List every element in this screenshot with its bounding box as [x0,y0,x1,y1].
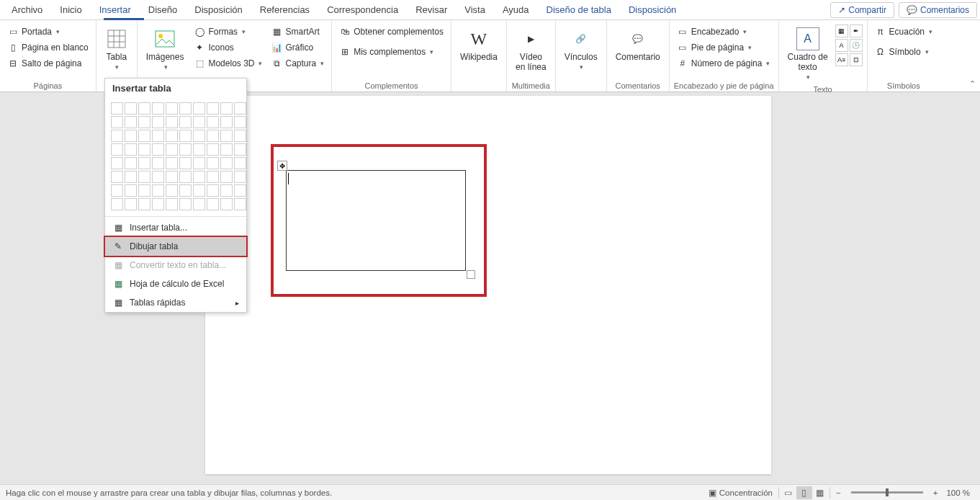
grid-cell[interactable] [166,130,178,142]
web-layout-button[interactable]: ▦ [812,486,828,499]
grid-cell[interactable] [179,157,192,169]
quickparts-button[interactable]: ▦ [835,24,848,37]
grid-cell[interactable] [207,116,219,128]
grid-cell[interactable] [207,143,219,156]
zoom-out-button[interactable]: − [832,488,845,497]
vinculos-button[interactable]: 🔗 Vínculos▾ [560,24,602,73]
grid-cell[interactable] [111,116,123,128]
grid-cell[interactable] [220,102,233,115]
pie-button[interactable]: ▭Pie de página▾ [674,40,773,55]
grid-cell[interactable] [125,116,137,128]
grid-cell[interactable] [193,198,205,210]
grid-cell[interactable] [111,184,123,197]
grid-cell[interactable] [193,130,205,142]
grid-cell[interactable] [166,116,178,128]
iconos-button[interactable]: ✦Iconos [191,40,265,55]
grid-cell[interactable] [152,143,164,156]
grid-cell[interactable] [152,116,164,128]
encabezado-button[interactable]: ▭Encabezado▾ [674,24,773,39]
grid-cell[interactable] [234,171,246,183]
grid-cell[interactable] [152,198,164,210]
grid-cell[interactable] [179,143,192,156]
grid-cell[interactable] [193,116,205,128]
menu-vista[interactable]: Vista [456,1,494,18]
grid-cell[interactable] [152,184,164,197]
focus-mode-button[interactable]: ▣Concentración [704,488,777,498]
grid-cell[interactable] [111,130,123,142]
grid-cell[interactable] [125,143,137,156]
tablas-rapidas-item[interactable]: ▦Tablas rápidas▸ [105,293,246,312]
grid-cell[interactable] [152,130,164,142]
read-mode-button[interactable]: ▭ [781,486,796,499]
grid-cell[interactable] [207,171,219,183]
smartart-button[interactable]: ▦SmartArt [268,24,327,39]
grid-cell[interactable] [234,102,246,115]
grid-cell[interactable] [193,171,205,183]
grid-cell[interactable] [152,171,164,183]
grid-cell[interactable] [111,171,123,183]
grid-cell[interactable] [166,102,178,115]
collapse-ribbon-button[interactable]: ⌃ [969,79,976,89]
formas-button[interactable]: ◯Formas▾ [191,24,265,39]
grid-cell[interactable] [220,157,233,169]
grid-cell[interactable] [179,171,192,183]
menu-disposicion[interactable]: Disposición [186,1,251,18]
grid-cell[interactable] [220,171,233,183]
grid-cell[interactable] [152,102,164,115]
grid-cell[interactable] [179,198,192,210]
grid-cell[interactable] [125,184,137,197]
zoom-level[interactable]: 100 % [942,488,974,497]
signature-button[interactable]: ✒ [850,24,863,37]
grid-cell[interactable] [207,198,219,210]
grid-cell[interactable] [193,157,205,169]
grid-cell[interactable] [138,157,150,169]
zoom-in-button[interactable]: + [929,488,943,497]
print-layout-button[interactable]: ▯ [796,486,812,499]
comentario-button[interactable]: 💬 Comentario [611,24,665,65]
wordart-button[interactable]: A [835,39,848,52]
grid-cell[interactable] [179,116,192,128]
grid-cell[interactable] [111,157,123,169]
grid-cell[interactable] [179,184,192,197]
grid-cell[interactable] [111,198,123,210]
grid-cell[interactable] [125,171,137,183]
grid-cell[interactable] [166,171,178,183]
grid-cell[interactable] [207,184,219,197]
menu-correspondencia[interactable]: Correspondencia [318,1,407,18]
table-move-handle[interactable]: ✥ [277,161,287,171]
insertar-tabla-item[interactable]: ▦Insertar tabla... [105,218,246,237]
grid-cell[interactable] [166,157,178,169]
table-resize-handle[interactable] [467,270,475,279]
grid-cell[interactable] [138,198,150,210]
grid-cell[interactable] [138,171,150,183]
grid-cell[interactable] [220,116,233,128]
grid-cell[interactable] [138,102,150,115]
excel-item[interactable]: ▦Hoja de cálculo de Excel [105,274,246,293]
grafico-button[interactable]: 📊Gráfico [268,40,327,55]
menu-disposicion-tabla[interactable]: Disposición [620,1,685,18]
salto-pagina-button[interactable]: ⊟Salto de página [4,56,91,71]
zoom-thumb[interactable] [886,488,889,496]
grid-cell[interactable] [234,130,246,142]
portada-button[interactable]: ▭Portada▾ [4,24,91,39]
numero-pagina-button[interactable]: #Número de página▾ [674,56,773,71]
share-button[interactable]: ↗ Compartir [830,2,894,18]
mis-complementos-button[interactable]: ⊞Mis complementos▾ [336,45,446,59]
grid-cell[interactable] [125,130,137,142]
menu-inicio[interactable]: Inicio [51,1,90,18]
grid-cell[interactable] [125,157,137,169]
grid-cell[interactable] [125,198,137,210]
grid-cell[interactable] [207,102,219,115]
grid-cell[interactable] [138,143,150,156]
grid-cell[interactable] [166,184,178,197]
simbolo-button[interactable]: ΩSímbolo▾ [872,45,935,59]
obtener-complementos-button[interactable]: 🛍Obtener complementos [336,24,446,39]
menu-referencias[interactable]: Referencias [251,1,318,18]
ecuacion-button[interactable]: πEcuación▾ [872,24,935,39]
menu-ayuda[interactable]: Ayuda [494,1,538,18]
grid-cell[interactable] [193,102,205,115]
captura-button[interactable]: ⧉Captura▾ [268,56,327,71]
comments-button[interactable]: 💬 Comentarios [899,2,977,18]
cuadro-texto-button[interactable]: A Cuadro de texto▾ [783,24,832,84]
menu-archivo[interactable]: Archivo [3,1,51,18]
